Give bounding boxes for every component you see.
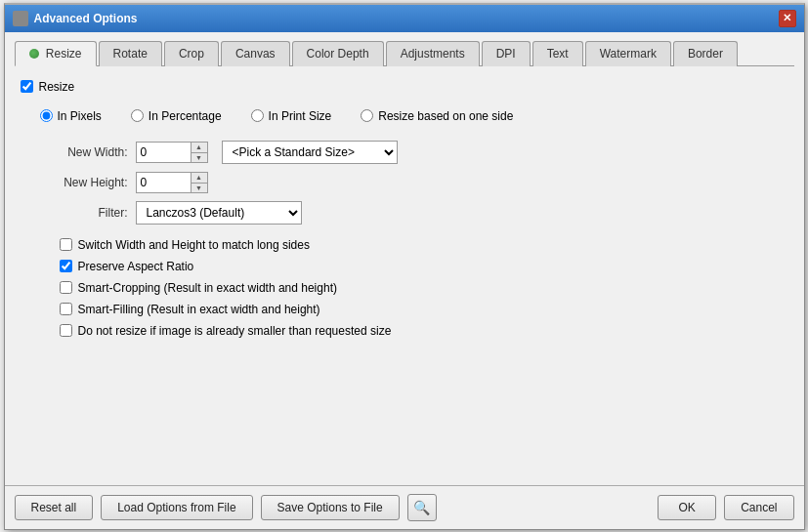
standard-size-dropdown[interactable]: <Pick a Standard Size> bbox=[222, 141, 398, 164]
new-height-up-btn[interactable]: ▲ bbox=[191, 173, 207, 183]
radio-resize-one-side[interactable]: Resize based on one side bbox=[361, 109, 513, 123]
standard-size-container: <Pick a Standard Size> bbox=[222, 141, 398, 164]
filter-dropdown[interactable]: Lanczos3 (Default) Bilinear Bicubic Near… bbox=[136, 201, 302, 225]
radio-in-print-size[interactable]: In Print Size bbox=[251, 109, 332, 123]
radio-in-pixels[interactable]: In Pixels bbox=[40, 109, 102, 123]
new-width-up-btn[interactable]: ▲ bbox=[191, 143, 207, 152]
folder-icon: 🔍 bbox=[413, 500, 430, 515]
load-options-button[interactable]: Load Options from File bbox=[101, 495, 252, 520]
advanced-options-dialog: Advanced Options ✕ Resize Rotate Crop Ca… bbox=[4, 3, 805, 530]
no-resize-smaller-checkbox[interactable] bbox=[60, 324, 72, 337]
smart-filling-checkbox[interactable] bbox=[60, 303, 72, 315]
dialog-content: Resize Rotate Crop Canvas Color Depth Ad… bbox=[5, 32, 804, 485]
new-height-input[interactable]: 0 bbox=[137, 173, 191, 192]
folder-icon-button[interactable]: 🔍 bbox=[407, 494, 437, 521]
reset-all-button[interactable]: Reset all bbox=[15, 495, 94, 520]
tab-text[interactable]: Text bbox=[532, 41, 583, 66]
new-height-label: New Height: bbox=[40, 176, 128, 189]
resize-tab-content: Resize In Pixels In Percentage In Print … bbox=[15, 76, 794, 477]
smart-filling-row: Smart-Filling (Result in exact width and… bbox=[60, 303, 788, 316]
tab-color-depth[interactable]: Color Depth bbox=[292, 41, 384, 66]
tab-border[interactable]: Border bbox=[673, 41, 738, 66]
switch-wh-label: Switch Width and Height to match long si… bbox=[78, 238, 310, 252]
new-height-spinner: 0 ▲ ▼ bbox=[136, 172, 208, 193]
new-width-label: New Width: bbox=[40, 145, 128, 159]
new-height-spinner-btns: ▲ ▼ bbox=[191, 173, 207, 192]
switch-wh-row: Switch Width and Height to match long si… bbox=[60, 238, 788, 252]
smart-cropping-checkbox[interactable] bbox=[60, 281, 72, 294]
tab-dpi[interactable]: DPI bbox=[482, 41, 531, 66]
radio-in-percentage[interactable]: In Percentage bbox=[131, 109, 222, 123]
tab-canvas[interactable]: Canvas bbox=[221, 41, 290, 66]
new-height-row: New Height: 0 ▲ ▼ bbox=[21, 172, 788, 193]
resize-enable-label: Resize bbox=[39, 80, 75, 94]
resize-enable-row: Resize bbox=[21, 80, 788, 94]
resize-icon bbox=[29, 49, 39, 59]
tab-rotate[interactable]: Rotate bbox=[99, 41, 162, 66]
cancel-button[interactable]: Cancel bbox=[724, 495, 793, 520]
ok-button[interactable]: OK bbox=[658, 495, 716, 520]
preserve-aspect-label: Preserve Aspect Ratio bbox=[78, 260, 194, 273]
tab-bar: Resize Rotate Crop Canvas Color Depth Ad… bbox=[15, 40, 794, 66]
no-resize-smaller-label: Do not resize if image is already smalle… bbox=[78, 324, 392, 338]
dialog-title: Advanced Options bbox=[34, 12, 138, 25]
close-button[interactable]: ✕ bbox=[779, 10, 796, 27]
new-height-down-btn[interactable]: ▼ bbox=[191, 183, 207, 192]
new-width-spinner: 0 ▲ ▼ bbox=[136, 142, 208, 163]
resize-enable-checkbox[interactable] bbox=[21, 80, 33, 93]
new-width-row: New Width: 0 ▲ ▼ <Pick a Standard Size> bbox=[21, 141, 788, 164]
dialog-icon bbox=[13, 11, 28, 26]
tab-crop[interactable]: Crop bbox=[164, 41, 219, 66]
new-width-down-btn[interactable]: ▼ bbox=[191, 152, 207, 162]
smart-filling-label: Smart-Filling (Result in exact width and… bbox=[78, 303, 320, 316]
tab-adjustments[interactable]: Adjustments bbox=[386, 41, 480, 66]
new-width-input[interactable]: 0 bbox=[137, 143, 191, 162]
resize-options-section: Switch Width and Height to match long si… bbox=[21, 238, 788, 338]
tab-resize[interactable]: Resize bbox=[15, 41, 97, 66]
smart-cropping-row: Smart-Cropping (Result in exact width an… bbox=[60, 281, 788, 295]
new-width-spinner-btns: ▲ ▼ bbox=[191, 143, 207, 162]
dialog-footer: Reset all Load Options from File Save Op… bbox=[5, 485, 804, 529]
title-bar: Advanced Options ✕ bbox=[5, 5, 804, 32]
filter-label: Filter: bbox=[40, 206, 128, 220]
filter-row: Filter: Lanczos3 (Default) Bilinear Bicu… bbox=[21, 201, 788, 225]
smart-cropping-label: Smart-Cropping (Result in exact width an… bbox=[78, 281, 337, 295]
title-bar-left: Advanced Options bbox=[13, 11, 138, 26]
no-resize-smaller-row: Do not resize if image is already smalle… bbox=[60, 324, 788, 338]
resize-mode-row: In Pixels In Percentage In Print Size Re… bbox=[21, 109, 788, 123]
preserve-aspect-checkbox[interactable] bbox=[60, 260, 72, 272]
preserve-aspect-row: Preserve Aspect Ratio bbox=[60, 260, 788, 273]
save-options-button[interactable]: Save Options to File bbox=[261, 495, 400, 520]
tab-watermark[interactable]: Watermark bbox=[585, 41, 671, 66]
switch-wh-checkbox[interactable] bbox=[60, 238, 72, 251]
